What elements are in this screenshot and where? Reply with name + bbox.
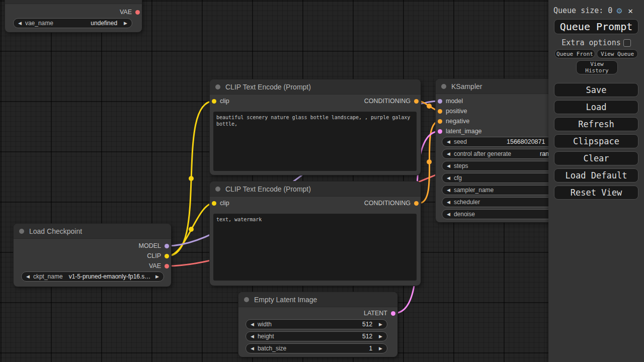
conditioning-port-icon[interactable]: [438, 109, 442, 114]
output-port-model[interactable]: MODEL: [139, 241, 169, 250]
decrement-icon[interactable]: ◀: [447, 152, 450, 156]
input-port-latent-image[interactable]: latent_image: [438, 127, 482, 136]
node-title-bar[interactable]: CLIP Text Encode (Prompt): [210, 182, 421, 197]
collapse-dot-icon[interactable]: [441, 84, 446, 89]
clipspace-button[interactable]: Clipspace: [554, 134, 638, 148]
decrement-icon[interactable]: ◀: [447, 188, 450, 193]
decrement-icon[interactable]: ◀: [251, 334, 254, 339]
node-title-bar[interactable]: Load Checkpoint: [14, 224, 171, 239]
node-graph-canvas[interactable]: VAE ◀ vae_name undefined ▶ CLIP Text Enc…: [0, 0, 644, 362]
view-history-button[interactable]: View History: [576, 60, 618, 74]
node-load-checkpoint[interactable]: Load Checkpoint MODEL CLIP VAE ◀ ckpt_na…: [14, 224, 171, 287]
widget-batch-size[interactable]: ◀ batch_size 1 ▶: [246, 343, 387, 353]
node-empty-latent-image[interactable]: Empty Latent Image LATENT ◀ width 512 ▶ …: [238, 292, 397, 357]
collapse-dot-icon[interactable]: [215, 187, 220, 192]
increment-icon[interactable]: ▶: [379, 322, 382, 327]
queue-size-label: Queue size: 0: [553, 6, 612, 15]
output-port-conditioning[interactable]: CONDITIONING: [364, 199, 419, 208]
extra-options-row: Extra options: [548, 38, 644, 47]
vae-port-icon[interactable]: [135, 10, 140, 15]
increment-icon[interactable]: ▶: [379, 334, 382, 339]
increment-icon[interactable]: ▶: [124, 21, 127, 26]
input-port-clip[interactable]: clip: [212, 199, 229, 208]
extra-options-checkbox[interactable]: [623, 39, 631, 47]
widget-value: 512: [362, 321, 372, 328]
output-port-vae[interactable]: VAE: [120, 8, 140, 17]
clip-port-icon[interactable]: [165, 254, 169, 258]
node-clip-text-encode-positive[interactable]: CLIP Text Encode (Prompt) clip CONDITION…: [210, 79, 421, 175]
output-port-vae[interactable]: VAE: [149, 261, 169, 270]
output-port-latent[interactable]: LATENT: [364, 309, 395, 318]
prompt-textarea[interactable]: text, watermark: [213, 214, 417, 281]
port-label: VAE: [149, 262, 161, 269]
widget-label: ckpt_name: [33, 273, 63, 280]
port-label: model: [446, 98, 463, 105]
collapse-dot-icon[interactable]: [215, 84, 220, 89]
port-label: positive: [446, 108, 467, 115]
close-icon[interactable]: ✕: [628, 6, 633, 16]
prompt-textarea[interactable]: beautiful scenery nature glass bottle la…: [213, 112, 417, 171]
widget-label: denoise: [454, 211, 475, 218]
wire-clip-negative: [168, 203, 214, 256]
increment-icon[interactable]: ▶: [155, 275, 159, 279]
widget-value: undefined: [91, 20, 117, 27]
widget-height[interactable]: ◀ height 512 ▶: [246, 331, 387, 341]
widget-label: batch_size: [258, 345, 286, 352]
widget-width[interactable]: ◀ width 512 ▶: [246, 319, 387, 329]
node-load-vae[interactable]: VAE ◀ vae_name undefined ▶: [5, 0, 142, 32]
input-port-positive[interactable]: positive: [438, 107, 467, 116]
clear-button[interactable]: Clear: [554, 151, 638, 165]
save-button[interactable]: Save: [554, 83, 638, 97]
port-label: CONDITIONING: [364, 200, 411, 207]
clip-port-icon[interactable]: [212, 99, 216, 104]
queue-front-button[interactable]: Queue Front: [554, 49, 595, 58]
latent-port-icon[interactable]: [438, 129, 442, 134]
load-button[interactable]: Load: [554, 100, 638, 114]
collapse-dot-icon[interactable]: [244, 297, 249, 302]
view-queue-button[interactable]: View Queue: [597, 49, 638, 58]
widget-ckpt-name[interactable]: ◀ ckpt_name v1-5-pruned-emaonly-fp16.s… …: [21, 272, 164, 282]
reset-view-button[interactable]: Reset View: [554, 186, 638, 200]
port-label: MODEL: [139, 242, 161, 249]
wire-midpoint-dot: [427, 104, 432, 109]
model-port-icon[interactable]: [438, 99, 442, 104]
clip-port-icon[interactable]: [212, 201, 216, 206]
widget-label: seed: [454, 138, 467, 145]
widget-vae-name[interactable]: ◀ vae_name undefined ▶: [13, 18, 132, 28]
model-port-icon[interactable]: [165, 244, 169, 248]
refresh-button[interactable]: Refresh: [554, 117, 638, 131]
decrement-icon[interactable]: ◀: [447, 200, 450, 205]
input-port-negative[interactable]: negative: [438, 117, 469, 126]
increment-icon[interactable]: ▶: [379, 346, 382, 351]
node-title-bar[interactable]: [5, 0, 142, 4]
conditioning-port-icon[interactable]: [438, 119, 442, 124]
queue-prompt-button[interactable]: Queue Prompt: [554, 19, 638, 34]
output-port-conditioning[interactable]: CONDITIONING: [364, 97, 419, 106]
node-title-bar[interactable]: CLIP Text Encode (Prompt): [210, 79, 421, 95]
node-title-bar[interactable]: Empty Latent Image: [238, 292, 397, 307]
collapse-dot-icon[interactable]: [19, 229, 24, 234]
decrement-icon[interactable]: ◀: [251, 346, 254, 351]
decrement-icon[interactable]: ◀: [251, 322, 254, 327]
output-port-clip[interactable]: CLIP: [147, 251, 169, 260]
decrement-icon[interactable]: ◀: [447, 212, 450, 217]
decrement-icon[interactable]: ◀: [26, 275, 30, 279]
decrement-icon[interactable]: ◀: [447, 140, 450, 144]
comfy-menu-panel: Queue size: 0 ⚙ ✕ Queue Prompt Extra opt…: [548, 0, 644, 362]
input-port-model[interactable]: model: [438, 97, 463, 106]
conditioning-port-icon[interactable]: [414, 201, 419, 206]
port-label: VAE: [120, 9, 132, 16]
input-port-clip[interactable]: clip: [212, 97, 229, 106]
decrement-icon[interactable]: ◀: [447, 176, 450, 180]
decrement-icon[interactable]: ◀: [447, 164, 450, 168]
latent-port-icon[interactable]: [391, 311, 395, 316]
node-title: Load Checkpoint: [29, 227, 82, 235]
node-clip-text-encode-negative[interactable]: CLIP Text Encode (Prompt) clip CONDITION…: [210, 182, 421, 286]
decrement-icon[interactable]: ◀: [18, 21, 22, 26]
widget-label: sampler_name: [454, 187, 494, 194]
conditioning-port-icon[interactable]: [414, 99, 419, 104]
vae-port-icon[interactable]: [165, 264, 169, 268]
port-label: CLIP: [147, 252, 161, 259]
load-default-button[interactable]: Load Default: [554, 168, 638, 183]
gear-icon[interactable]: ⚙: [616, 6, 622, 15]
